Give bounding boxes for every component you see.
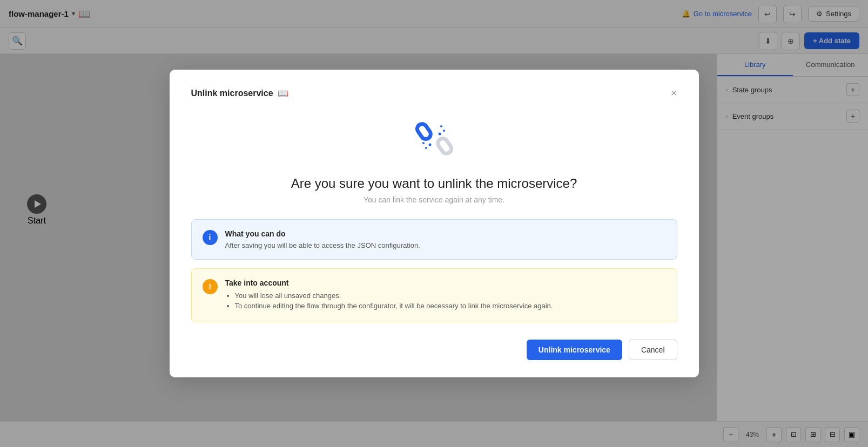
- modal-heading: Are you sure you want to unlink the micr…: [191, 176, 677, 191]
- svg-rect-2: [436, 137, 453, 155]
- info-text: After saving you will be able to access …: [225, 241, 420, 249]
- warn-list-item-1: You will lose all unsaved changes.: [235, 292, 553, 300]
- warn-title: Take into account: [225, 279, 553, 287]
- modal-close-button[interactable]: ×: [671, 87, 677, 99]
- modal-title-text: Unlink microservice: [191, 89, 273, 98]
- book-icon-sm: 📖: [278, 88, 288, 98]
- svg-point-8: [440, 125, 442, 127]
- warn-content: Take into account You will lose all unsa…: [225, 279, 553, 312]
- modal-title: Unlink microservice 📖: [191, 88, 288, 98]
- warn-box: ! Take into account You will lose all un…: [191, 268, 677, 322]
- svg-point-4: [425, 147, 427, 149]
- svg-rect-1: [415, 122, 432, 141]
- unlink-microservice-button[interactable]: Unlink microservice: [527, 340, 622, 360]
- modal-header: Unlink microservice 📖 ×: [191, 87, 677, 99]
- unlink-icon: [410, 114, 459, 163]
- modal-overlay[interactable]: Unlink microservice 📖 ×: [0, 0, 868, 447]
- svg-point-5: [422, 142, 425, 144]
- info-icon: i: [203, 230, 218, 245]
- info-icon-letter: i: [209, 233, 211, 242]
- modal-footer: Unlink microservice Cancel: [191, 340, 677, 360]
- info-box: i What you can do After saving you will …: [191, 219, 677, 260]
- svg-point-6: [438, 133, 441, 136]
- svg-point-7: [443, 130, 445, 132]
- modal-subtext: You can link the service again at any ti…: [191, 195, 677, 204]
- warn-icon: !: [203, 279, 218, 294]
- svg-point-3: [428, 144, 431, 146]
- unlink-icon-wrapper: [191, 114, 677, 163]
- info-content: What you can do After saving you will be…: [225, 229, 420, 249]
- warn-list: You will lose all unsaved changes. To co…: [225, 292, 553, 310]
- close-icon: ×: [671, 87, 677, 99]
- warn-list-item-2: To continue editing the flow through the…: [235, 302, 553, 310]
- info-title: What you can do: [225, 229, 420, 238]
- cancel-button[interactable]: Cancel: [629, 340, 677, 360]
- warn-icon-letter: !: [208, 282, 211, 291]
- modal-dialog: Unlink microservice 📖 ×: [170, 70, 699, 377]
